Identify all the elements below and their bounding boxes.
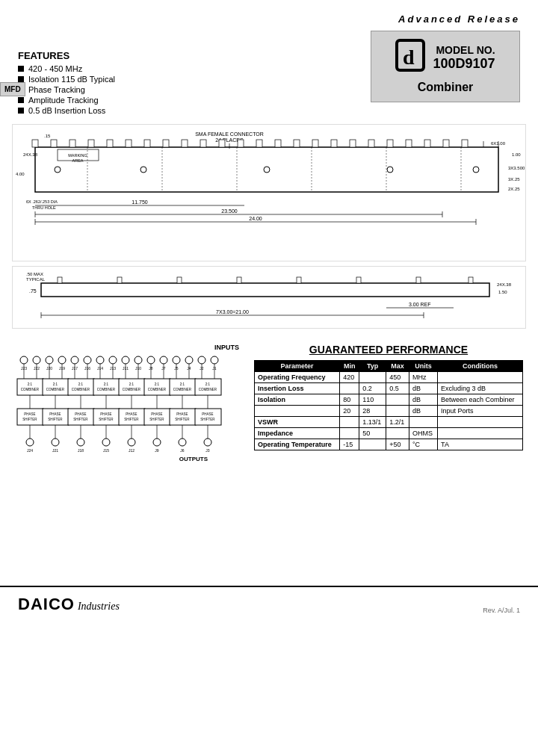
min-cell: 20 — [340, 406, 359, 417]
svg-text:SHIFTER: SHIFTER — [73, 418, 88, 421]
svg-rect-49 — [350, 140, 356, 147]
cond-cell — [438, 372, 523, 383]
svg-text:PHASE: PHASE — [100, 412, 111, 416]
svg-text:J18: J18 — [78, 448, 84, 453]
svg-text:d: d — [403, 46, 415, 69]
svg-point-227 — [153, 439, 161, 446]
max-cell: +50 — [386, 439, 409, 450]
svg-text:COMBINER: COMBINER — [46, 388, 65, 391]
svg-rect-170 — [119, 379, 145, 395]
cond-cell: Between each Combiner — [438, 394, 523, 406]
typ-cell: 50 — [359, 428, 386, 439]
svg-rect-43 — [238, 140, 244, 147]
svg-rect-190 — [17, 409, 43, 425]
svg-rect-41 — [200, 140, 206, 147]
table-row: VSWR 1.13/1 1.2/1 — [255, 417, 523, 428]
table-row: Operating Temperature -15 +50 °C TA — [255, 439, 523, 450]
cond-cell: Input Ports — [438, 406, 523, 417]
svg-text:PHASE: PHASE — [202, 412, 213, 416]
svg-text:.75: .75 — [29, 288, 37, 294]
svg-rect-50 — [368, 140, 374, 147]
svg-rect-176 — [170, 379, 196, 395]
svg-rect-92 — [41, 283, 489, 297]
feature-text-2: Isolation 115 dB Typical — [28, 75, 115, 84]
svg-point-122 — [173, 356, 180, 364]
svg-rect-35 — [88, 140, 94, 147]
svg-rect-98 — [297, 277, 301, 283]
svg-text:PHASE: PHASE — [151, 412, 162, 416]
bullet-icon — [18, 76, 24, 82]
svg-text:SHIFTER: SHIFTER — [200, 418, 215, 421]
svg-rect-37 — [126, 140, 132, 147]
svg-point-116 — [96, 356, 104, 364]
svg-point-123 — [185, 356, 193, 364]
feature-item-4: Amplitude Tracking — [18, 96, 115, 105]
units-cell: °C — [409, 439, 437, 450]
svg-rect-202 — [119, 409, 145, 425]
svg-text:2:1: 2:1 — [104, 382, 109, 386]
table-row: Impedance 50 OHMS — [255, 428, 523, 439]
svg-rect-193 — [43, 409, 69, 425]
max-cell — [386, 394, 409, 406]
svg-rect-100 — [416, 277, 421, 283]
svg-text:3X.25: 3X.25 — [508, 177, 520, 182]
performance-table: Parameter Min Typ Max Units Conditions O… — [254, 360, 523, 450]
inputs-label: INPUTS — [15, 344, 239, 351]
svg-text:SHIFTER: SHIFTER — [124, 418, 139, 421]
feature-text-5: 0.5 dB Insertion Loss — [28, 106, 105, 115]
svg-rect-99 — [356, 277, 361, 283]
svg-text:COMBINER: COMBINER — [148, 388, 167, 391]
svg-text:COMBINER: COMBINER — [21, 388, 40, 391]
product-type: Combiner — [418, 81, 474, 94]
svg-text:J9: J9 — [155, 448, 159, 453]
max-cell: 450 — [386, 372, 409, 383]
model-label: MODEL NO. — [433, 44, 495, 56]
svg-rect-161 — [43, 379, 69, 395]
svg-rect-95 — [117, 277, 122, 283]
bullet-icon — [18, 66, 24, 72]
col-max: Max — [386, 361, 409, 372]
svg-rect-2 — [35, 147, 498, 192]
svg-point-112 — [46, 356, 53, 364]
svg-point-225 — [102, 439, 110, 446]
feature-item-2: Isolation 115 dB Typical — [18, 75, 115, 84]
feature-text-1: 420 - 450 MHz — [28, 64, 82, 73]
svg-point-228 — [179, 439, 186, 446]
performance-title: GUARANTEED PERFORMANCE — [254, 344, 523, 356]
param-cell: Operating Temperature — [255, 439, 340, 450]
svg-text:2:1: 2:1 — [78, 382, 84, 386]
footer-brand: DAICO Industries — [18, 595, 120, 614]
svg-text:PHASE: PHASE — [24, 412, 35, 416]
table-row: Isolation 80 110 dB Between each Combine… — [255, 394, 523, 406]
svg-point-223 — [52, 439, 59, 446]
svg-text:24.00: 24.00 — [249, 216, 262, 221]
svg-rect-179 — [195, 379, 221, 395]
svg-point-118 — [122, 356, 129, 364]
svg-rect-40 — [182, 140, 188, 147]
svg-rect-173 — [144, 379, 170, 395]
units-cell — [409, 417, 437, 428]
svg-text:SHIFTER: SHIFTER — [22, 418, 37, 421]
svg-text:2:1: 2:1 — [155, 382, 160, 386]
svg-point-60 — [473, 167, 479, 173]
svg-rect-51 — [387, 140, 393, 147]
model-text-block: MODEL NO. 100D9107 — [433, 44, 495, 72]
block-diagram-svg: J23 J22 J20 J19 J17 J16 J14 J13 J11 J10 … — [15, 353, 239, 562]
svg-point-117 — [109, 356, 117, 364]
svg-text:3X3.500: 3X3.500 — [508, 166, 525, 170]
svg-text:SHIFTER: SHIFTER — [99, 418, 114, 421]
svg-text:PHASE: PHASE — [126, 412, 137, 416]
svg-rect-196 — [68, 409, 94, 425]
model-row: d MODEL NO. 100D9107 — [395, 39, 495, 76]
units-cell: dB — [409, 406, 437, 417]
svg-text:2:1: 2:1 — [180, 382, 185, 386]
svg-text:2:1: 2:1 — [28, 382, 33, 386]
header-right: Advanced Release d MODEL NO. 100D9107 Co… — [371, 13, 520, 102]
min-cell: 80 — [340, 394, 359, 406]
svg-point-224 — [77, 439, 84, 446]
table-row: Operating Frequency 420 450 MHz — [255, 372, 523, 383]
svg-point-125 — [211, 356, 218, 364]
typ-cell: 0.2 — [359, 383, 386, 394]
svg-rect-94 — [58, 277, 62, 283]
svg-text:2X.25: 2X.25 — [508, 187, 520, 191]
